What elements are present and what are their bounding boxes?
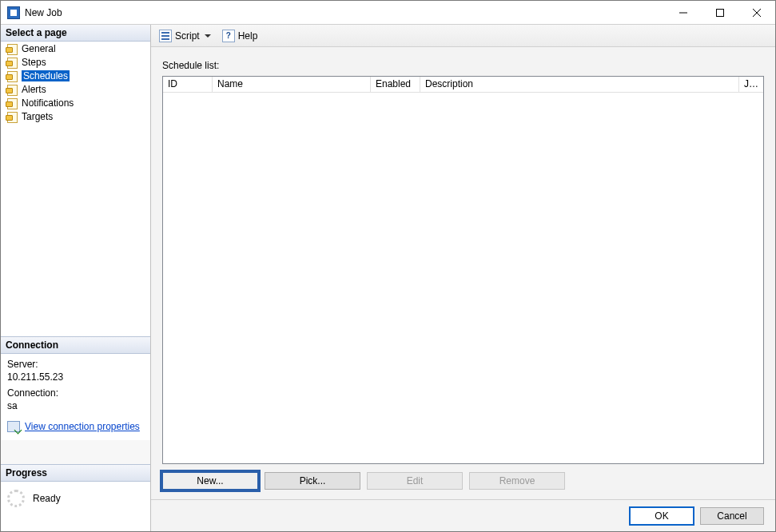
col-enabled[interactable]: Enabled — [371, 77, 420, 93]
progress-panel: Ready — [1, 482, 150, 531]
left-panel: Select a page General Steps Schedules Al… — [1, 25, 151, 531]
help-icon — [222, 30, 235, 42]
page-item-label: Notifications — [22, 97, 74, 109]
edit-button[interactable]: Edit — [367, 472, 463, 490]
page-icon — [6, 43, 18, 54]
svg-rect-1 — [717, 9, 724, 16]
list-header: ID Name Enabled Description Jo... — [163, 77, 763, 93]
page-item-schedules[interactable]: Schedules — [1, 69, 150, 82]
dialog-footer: OK Cancel — [151, 499, 775, 531]
cancel-button[interactable]: Cancel — [700, 507, 764, 525]
progress-spinner-icon — [7, 490, 25, 507]
page-list: General Steps Schedules Alerts Notificat… — [1, 42, 150, 123]
connection-label: Connection: — [7, 387, 144, 399]
help-label: Help — [238, 30, 258, 42]
page-item-label: Schedules — [22, 70, 70, 81]
minimize-button[interactable] — [665, 1, 702, 25]
page-item-steps[interactable]: Steps — [1, 55, 150, 69]
page-icon — [6, 70, 18, 81]
help-button[interactable]: Help — [219, 28, 261, 44]
page-item-alerts[interactable]: Alerts — [1, 82, 150, 96]
schedule-list-label: Schedule list: — [162, 60, 764, 71]
col-id[interactable]: ID — [163, 77, 213, 93]
col-description[interactable]: Description — [420, 77, 739, 93]
remove-button[interactable]: Remove — [469, 472, 565, 490]
pick-button[interactable]: Pick... — [265, 472, 360, 490]
page-icon — [6, 84, 18, 95]
page-item-label: General — [22, 43, 56, 54]
schedule-list[interactable]: ID Name Enabled Description Jo... — [162, 76, 764, 464]
list-rows — [163, 93, 763, 463]
close-button[interactable] — [738, 1, 775, 25]
connection-panel: Server: 10.211.55.23 Connection: sa View… — [1, 354, 150, 440]
page-item-label: Targets — [22, 111, 53, 122]
toolbar: Script Help — [151, 25, 775, 47]
server-value: 10.211.55.23 — [7, 371, 144, 383]
script-label: Script — [175, 30, 200, 42]
page-item-general[interactable]: General — [1, 42, 150, 55]
page-icon — [6, 57, 18, 68]
page-item-notifications[interactable]: Notifications — [1, 96, 150, 109]
new-button[interactable]: New... — [162, 472, 258, 490]
progress-status: Ready — [33, 493, 61, 504]
page-item-label: Alerts — [22, 84, 46, 95]
page-icon — [6, 97, 18, 109]
connection-properties-icon — [7, 421, 20, 432]
right-panel: Script Help Schedule list: ID Name Enabl… — [151, 25, 775, 531]
progress-header: Progress — [1, 464, 150, 482]
maximize-button[interactable] — [702, 1, 738, 25]
view-connection-properties-link[interactable]: View connection properties — [25, 421, 140, 432]
page-item-targets[interactable]: Targets — [1, 109, 150, 123]
page-icon — [6, 111, 18, 122]
col-job[interactable]: Jo... — [739, 77, 763, 93]
new-job-dialog: New Job Select a page General Steps — [0, 0, 776, 532]
titlebar: New Job — [1, 1, 775, 25]
col-name[interactable]: Name — [213, 77, 371, 93]
connection-value: sa — [7, 400, 144, 411]
chevron-down-icon — [205, 34, 211, 38]
script-icon — [159, 30, 172, 42]
ok-button[interactable]: OK — [630, 507, 694, 525]
select-page-header: Select a page — [1, 25, 150, 42]
script-button[interactable]: Script — [156, 28, 214, 44]
window-title: New Job — [25, 7, 62, 18]
server-label: Server: — [7, 359, 144, 370]
connection-header: Connection — [1, 336, 150, 354]
app-icon — [7, 6, 20, 19]
page-item-label: Steps — [22, 57, 46, 68]
